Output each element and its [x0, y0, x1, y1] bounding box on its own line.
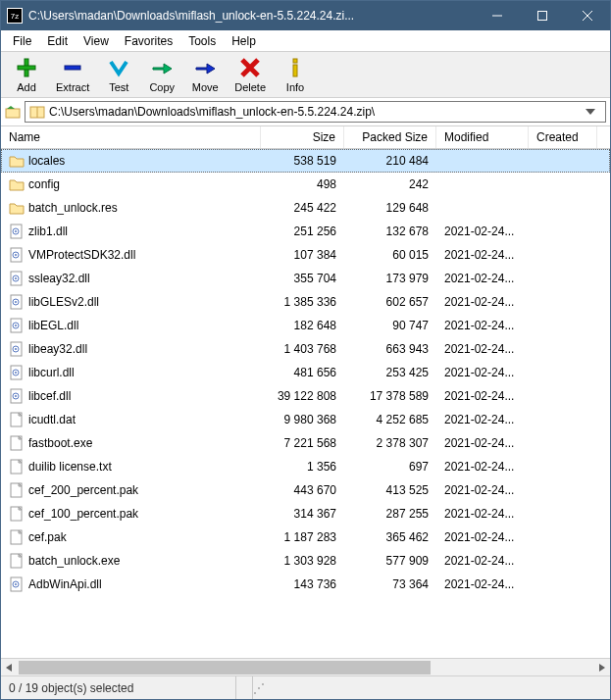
- scroll-left-icon[interactable]: [1, 659, 19, 675]
- table-row[interactable]: cef_200_percent.pak443 670413 5252021-02…: [1, 478, 610, 502]
- file-size: 1 187 283: [261, 530, 344, 544]
- dll-icon: [9, 318, 25, 333]
- file-rows[interactable]: locales538 519210 484config498242batch_u…: [1, 149, 610, 658]
- copy-icon: [150, 56, 174, 79]
- scroll-track[interactable]: [19, 659, 592, 675]
- menu-view[interactable]: View: [76, 32, 117, 50]
- menu-edit[interactable]: Edit: [39, 32, 76, 50]
- dll-icon: [9, 271, 25, 286]
- file-packed-size: 413 525: [344, 483, 436, 497]
- column-packed-size[interactable]: Packed Size: [344, 126, 436, 148]
- file-packed-size: 287 255: [344, 507, 436, 521]
- svg-rect-7: [293, 59, 297, 63]
- file-modified: 2021-02-24...: [436, 413, 529, 426]
- copy-label: Copy: [149, 81, 175, 93]
- file-size: 39 122 808: [261, 389, 344, 403]
- menu-file[interactable]: File: [5, 32, 39, 50]
- table-row[interactable]: libGLESv2.dll1 385 336602 6572021-02-24.…: [1, 290, 610, 314]
- table-row[interactable]: icudtl.dat9 980 3684 252 6852021-02-24..…: [1, 408, 610, 431]
- table-row[interactable]: libEGL.dll182 64890 7472021-02-24...: [1, 314, 610, 337]
- file-modified: 2021-02-24...: [436, 436, 529, 450]
- add-button[interactable]: Add: [5, 54, 48, 95]
- file-icon: [9, 482, 25, 498]
- folder-icon: [9, 176, 25, 192]
- file-packed-size: 253 425: [344, 366, 436, 379]
- file-size: 251 256: [261, 225, 344, 238]
- info-icon: [283, 56, 307, 79]
- minimize-button[interactable]: [475, 1, 520, 30]
- file-name: icudtl.dat: [28, 413, 76, 426]
- table-row[interactable]: locales538 519210 484: [1, 149, 610, 173]
- delete-icon: [238, 56, 262, 79]
- file-size: 1 385 336: [261, 295, 344, 309]
- extract-button[interactable]: Extract: [48, 54, 97, 95]
- table-row[interactable]: libeay32.dll1 403 768663 9432021-02-24..…: [1, 337, 610, 361]
- toolbar: AddExtractTestCopyMoveDeleteInfo: [1, 52, 610, 98]
- file-icon: [9, 412, 25, 427]
- table-row[interactable]: VMProtectSDK32.dll107 38460 0152021-02-2…: [1, 243, 610, 267]
- file-name: libeay32.dll: [28, 342, 87, 356]
- scroll-right-icon[interactable]: [592, 659, 610, 675]
- dll-icon: [9, 247, 25, 263]
- dll-icon: [9, 341, 25, 357]
- column-headers: Name Size Packed Size Modified Created: [1, 126, 610, 149]
- info-button[interactable]: Info: [274, 54, 317, 95]
- file-name: libGLESv2.dll: [28, 295, 99, 309]
- dll-icon: [9, 294, 25, 310]
- svg-point-20: [15, 277, 17, 279]
- scroll-thumb[interactable]: [19, 661, 431, 675]
- window-title: C:\Users\madan\Downloads\miflash_unlock-…: [28, 9, 475, 23]
- table-row[interactable]: config498242: [1, 173, 610, 196]
- address-dropdown-icon[interactable]: [586, 109, 601, 115]
- table-row[interactable]: libcef.dll39 122 80817 378 5892021-02-24…: [1, 384, 610, 408]
- menu-tools[interactable]: Tools: [180, 32, 224, 50]
- resize-grip-icon[interactable]: ⋰: [253, 681, 269, 695]
- file-packed-size: 4 252 685: [344, 413, 436, 426]
- maximize-button[interactable]: [520, 1, 565, 30]
- close-button[interactable]: [565, 1, 610, 30]
- file-name: duilib license.txt: [28, 460, 112, 474]
- svg-rect-1: [538, 12, 547, 21]
- table-row[interactable]: zlib1.dll251 256132 6782021-02-24...: [1, 220, 610, 243]
- file-size: 481 656: [261, 366, 344, 379]
- test-icon: [107, 56, 130, 79]
- file-modified: 2021-02-24...: [436, 460, 529, 474]
- file-modified: 2021-02-24...: [436, 507, 529, 521]
- file-size: 1 403 768: [261, 342, 344, 356]
- table-row[interactable]: cef.pak1 187 283365 4622021-02-24...: [1, 525, 610, 549]
- column-name[interactable]: Name: [1, 126, 261, 148]
- column-modified[interactable]: Modified: [436, 126, 529, 148]
- file-modified: 2021-02-24...: [436, 389, 529, 403]
- file-packed-size: 602 657: [344, 295, 436, 309]
- column-size[interactable]: Size: [261, 126, 344, 148]
- file-size: 443 670: [261, 483, 344, 497]
- delete-label: Delete: [234, 81, 266, 93]
- menu-help[interactable]: Help: [224, 32, 264, 50]
- table-row[interactable]: fastboot.exe7 221 5682 378 3072021-02-24…: [1, 431, 610, 455]
- move-button[interactable]: Move: [183, 54, 227, 95]
- table-row[interactable]: batch_unlock.exe1 303 928577 9092021-02-…: [1, 549, 610, 573]
- file-size: 107 384: [261, 248, 344, 262]
- delete-button[interactable]: Delete: [227, 54, 274, 95]
- up-button[interactable]: [5, 104, 21, 120]
- table-row[interactable]: AdbWinApi.dll143 73673 3642021-02-24...: [1, 573, 610, 596]
- test-label: Test: [109, 81, 128, 93]
- table-row[interactable]: duilib license.txt1 3566972021-02-24...: [1, 455, 610, 478]
- table-row[interactable]: batch_unlock.res245 422129 648: [1, 196, 610, 220]
- file-modified: 2021-02-24...: [436, 577, 529, 591]
- menu-favorites[interactable]: Favorites: [117, 32, 180, 50]
- file-packed-size: 2 378 307: [344, 436, 436, 450]
- address-input[interactable]: [49, 105, 582, 119]
- horizontal-scrollbar[interactable]: [1, 658, 610, 675]
- address-combo[interactable]: [25, 101, 606, 123]
- copy-button[interactable]: Copy: [140, 54, 183, 95]
- test-button[interactable]: Test: [97, 54, 140, 95]
- folder-icon: [9, 200, 25, 216]
- table-row[interactable]: ssleay32.dll355 704173 9792021-02-24...: [1, 267, 610, 290]
- file-size: 143 736: [261, 577, 344, 591]
- move-label: Move: [192, 81, 219, 93]
- table-row[interactable]: libcurl.dll481 656253 4252021-02-24...: [1, 361, 610, 384]
- file-packed-size: 210 484: [344, 154, 436, 168]
- column-created[interactable]: Created: [529, 126, 597, 148]
- table-row[interactable]: cef_100_percent.pak314 367287 2552021-02…: [1, 502, 610, 525]
